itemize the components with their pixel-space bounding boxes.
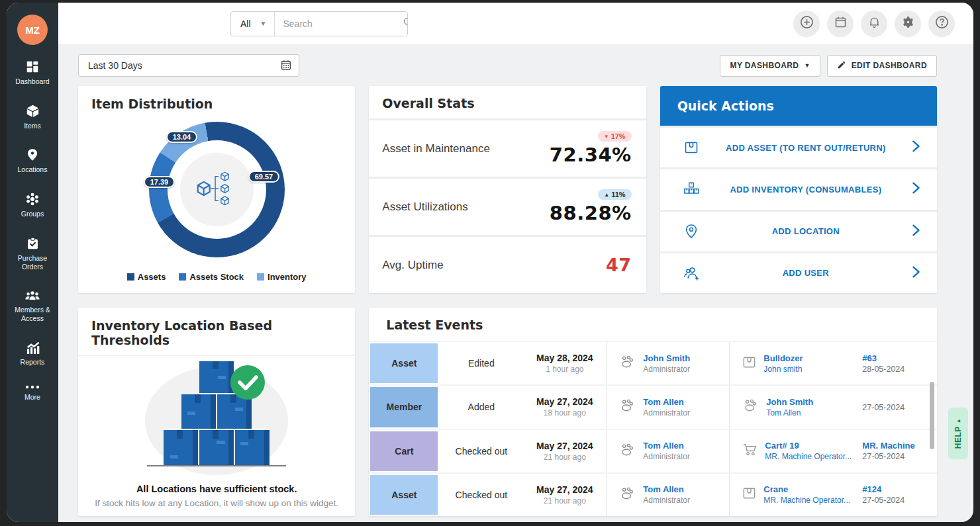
item-name-link[interactable]: Cart# 19: [765, 441, 852, 451]
stat-value: 88.28%: [550, 202, 632, 224]
sidebar-item-groups[interactable]: Groups: [7, 192, 58, 219]
sidebar-item-locations[interactable]: Locations: [7, 148, 58, 175]
sidebar: MZ Dashboard Items Locations Groups: [7, 3, 58, 522]
sidebar-item-purchase-orders[interactable]: Purchase Orders: [7, 236, 58, 272]
event-date: May 27, 202421 hour ago: [523, 474, 606, 516]
asset-box-icon: [742, 355, 757, 373]
person-name-link[interactable]: Tom Allen: [643, 441, 690, 451]
event-person-cell: Tom AllenAdministrator: [606, 430, 729, 472]
event-person-cell: Tom AllenAdministrator: [606, 474, 729, 516]
date-range-picker[interactable]: Last 30 Days: [78, 54, 299, 77]
quick-action-label: ADD INVENTORY (CONSUMABLES): [701, 185, 910, 195]
ref-link[interactable]: #124: [862, 484, 937, 494]
main-area: All ▼: [58, 3, 973, 522]
event-action: Added: [439, 386, 523, 428]
people-group-icon: [742, 398, 760, 416]
sidebar-item-label: Items: [9, 122, 56, 131]
topbar: All ▼: [58, 3, 973, 45]
event-row[interactable]: Member Added May 27, 202418 hour ago Tom…: [369, 384, 937, 428]
legend-item-assets: Assets: [127, 272, 166, 282]
sidebar-item-label: Locations: [9, 165, 56, 175]
scrollbar-thumb[interactable]: [930, 382, 934, 449]
event-item-cell: Cart# 19MR. Machine Operator...: [729, 430, 853, 472]
help-button[interactable]: [928, 11, 955, 37]
dashboard-content: Last 30 Days MY DASHBOARD ▼ EDIT DASHBOA…: [58, 45, 973, 522]
quick-action-add-location[interactable]: ADD LOCATION: [660, 212, 937, 251]
quick-action-label: ADD ASSET (TO RENT OUT/RETURN): [701, 143, 910, 153]
stat-row-utilization: Asset Utilizations ▲11% 88.28%: [369, 179, 646, 235]
person-name-link[interactable]: Tom Allen: [643, 484, 690, 494]
stat-label: Avg. Uptime: [382, 259, 443, 272]
event-item-cell: CraneMR. Machine Operator...: [729, 474, 853, 516]
sidebar-item-members-access[interactable]: Members & Access: [7, 289, 58, 324]
latest-events-widget: Latest Events Asset Edited May 28, 20241…: [369, 308, 937, 516]
event-action: Checked out: [439, 430, 523, 472]
search-scope-value: All: [240, 19, 251, 29]
quick-action-add-inventory[interactable]: ADD INVENTORY (CONSUMABLES): [660, 169, 937, 209]
help-tab[interactable]: HELP ▲: [948, 408, 968, 459]
stock-illustration: [78, 361, 355, 477]
app-window: MZ Dashboard Items Locations Groups: [7, 3, 973, 522]
members-people-icon: [24, 289, 40, 302]
item-distribution-widget: Item Distribution: [78, 86, 355, 293]
my-dashboard-dropdown[interactable]: MY DASHBOARD ▼: [720, 55, 820, 77]
chevron-right-icon: [910, 224, 921, 240]
my-dashboard-label: MY DASHBOARD: [730, 61, 799, 70]
more-dots-icon: [24, 384, 40, 390]
pencil-icon: [837, 60, 846, 71]
event-date: May 27, 202421 hour ago: [523, 430, 606, 472]
notifications-button[interactable]: [861, 11, 887, 37]
item-name-link[interactable]: Crane: [763, 484, 850, 494]
global-search: All ▼: [230, 11, 408, 36]
settings-button[interactable]: [895, 11, 921, 37]
event-row[interactable]: Asset Checked out May 27, 202421 hour ag…: [369, 472, 937, 516]
quick-action-add-asset[interactable]: ADD ASSET (TO RENT OUT/RETURN): [660, 128, 937, 167]
calendar-button[interactable]: [827, 11, 854, 37]
thresholds-widget: Inventory Location Based Thresholds: [78, 308, 355, 516]
ref-link[interactable]: MR. Machine: [862, 441, 937, 451]
event-ref-cell: #6328-05-2024: [853, 342, 937, 384]
event-ref-cell: MR. Machine27-05-2024: [853, 430, 937, 472]
event-action: Checked out: [439, 474, 523, 516]
topbar-actions: [793, 11, 955, 37]
widget-title: Latest Events: [369, 308, 937, 341]
plus-circle-icon: [799, 15, 814, 32]
quick-action-add-user[interactable]: ADD USER: [660, 253, 937, 293]
sidebar-item-more[interactable]: More: [7, 384, 58, 402]
event-type-badge: Member: [370, 387, 438, 427]
sidebar-item-reports[interactable]: Reports: [7, 341, 58, 367]
edit-dashboard-button[interactable]: EDIT DASHBOARD: [827, 55, 937, 77]
item-name-link[interactable]: Bulldozer: [763, 353, 803, 363]
event-ref-cell: 27-05-2024: [853, 386, 937, 428]
event-row[interactable]: Cart Checked out May 27, 202421 hour ago…: [369, 429, 937, 472]
asset-box-icon: [742, 486, 757, 504]
location-pin-icon: [681, 224, 701, 240]
gear-icon: [901, 15, 915, 32]
event-person-cell: John SmithAdministrator: [606, 342, 729, 384]
ref-link[interactable]: #63: [862, 353, 937, 363]
quick-action-label: ADD LOCATION: [701, 226, 910, 236]
event-row[interactable]: Asset Edited May 28, 20241 hour ago John…: [369, 341, 937, 384]
person-name-link[interactable]: John Smith: [643, 353, 690, 363]
add-new-button[interactable]: [793, 11, 820, 37]
chevron-down-icon: ▼: [804, 62, 810, 69]
search-scope-select[interactable]: All ▼: [231, 12, 275, 36]
search-input[interactable]: [283, 19, 403, 29]
event-ref-cell: #12427-05-2024: [853, 474, 937, 516]
sidebar-item-label: Dashboard: [9, 77, 56, 87]
reports-chart-icon: [25, 341, 40, 355]
event-date: May 28, 20241 hour ago: [523, 342, 606, 384]
avatar[interactable]: MZ: [17, 15, 48, 45]
trend-badge-down: ▼17%: [598, 131, 632, 142]
calendar-icon: [834, 15, 848, 32]
quick-action-label: ADD USER: [701, 268, 910, 278]
add-user-icon: [681, 265, 701, 281]
legend-item-inventory: Inventory: [257, 272, 307, 282]
search-box: [275, 12, 407, 36]
chevron-right-icon: [910, 181, 921, 197]
item-name-link[interactable]: John Smith: [766, 397, 813, 407]
person-name-link[interactable]: Tom Allen: [643, 397, 690, 407]
sidebar-item-items[interactable]: Items: [7, 104, 58, 131]
dashboard-buttons: MY DASHBOARD ▼ EDIT DASHBOARD: [720, 55, 937, 77]
sidebar-item-dashboard[interactable]: Dashboard: [7, 60, 58, 87]
